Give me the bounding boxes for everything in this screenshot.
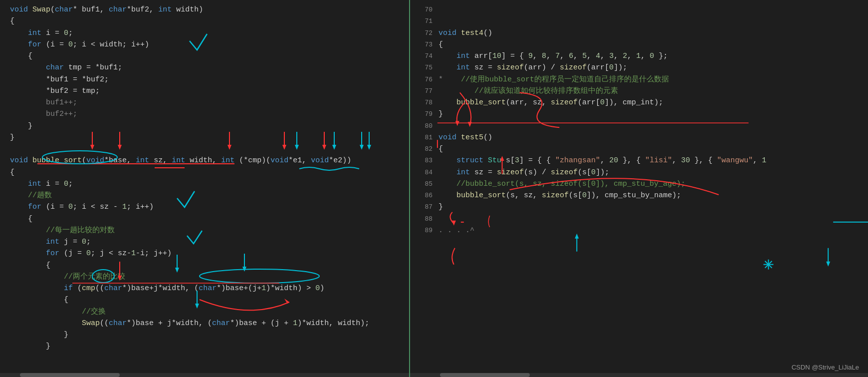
code-line-6: char tmp = *buf1; [10,62,409,73]
code-line-18: for (i = 0; i < sz - 1; i++) [10,201,409,213]
right-code-line-78: 78 bubble_sort(arr, sz, sizeof(arr[0]), … [415,97,868,108]
right-code-line-86: 86 bubble_sort(s, sz, sizeof(s[0]), cmp_… [415,190,868,201]
code-line-12: } [10,132,409,143]
code-line-9: buf1++; [10,97,409,108]
right-code-line-81: 81 void test5() [415,132,868,143]
code-line-5: { [10,50,409,62]
right-code-line-75: 75 int sz = sizeof(arr) / sizeof(arr[0])… [415,62,868,73]
left-panel: void Swap(char* buf1, char*buf2, int wid… [0,0,409,377]
editor-container: void Swap(char* buf1, char*buf2, int wid… [0,0,868,377]
code-line-11: } [10,120,409,132]
svg-line-46 [765,261,772,268]
code-line-20: //每一趟比较的对数 [10,225,409,236]
right-code-line-77: 77 //就应该知道如何比较待排序数组中的元素 [415,85,868,97]
code-line-14: void bubble_sort(void*base, int sz, int … [10,155,409,166]
right-code-line-80: 80 [415,120,868,132]
right-code-line-82: 82 { [415,143,868,155]
code-line-13 [10,143,409,155]
code-line-16: int i = 0; [10,178,409,190]
code-line-10: buf2++; [10,108,409,120]
right-code-line-74: 74 int arr[10] = { 9, 8, 7, 6, 5, 4, 3, … [415,50,868,62]
right-code-line-88: 88 [415,213,868,225]
code-line-19: { [10,213,409,225]
right-code-line-70: 70 [415,4,868,15]
code-line-17: //趟数 [10,190,409,201]
right-code-line-71: 71 [415,15,868,27]
right-code-line-84: 84 int sz = sizeof(s) / sizeof(s[0]); [415,167,868,178]
left-scrollbar[interactable] [0,373,409,377]
right-code-line-83: 83 struct Stu s[3] = { { "zhangsan", 20 … [415,155,868,166]
right-code-line-79: 79 } [415,108,868,120]
code-line-1: void Swap(char* buf1, char*buf2, int wid… [10,4,409,15]
code-line-30: } [10,341,409,352]
code-line-28: Swap((char*)base + j*width, (char*)base … [10,318,409,329]
right-scrollbar[interactable] [410,373,868,377]
code-line-7: *buf1 = *buf2; [10,74,409,85]
code-line-3: int i = 0; [10,27,409,39]
right-code-line-73: 73 { [415,39,868,50]
code-line-2: { [10,15,409,27]
svg-marker-49 [826,262,830,267]
right-scrollbar-thumb[interactable] [440,373,530,377]
code-line-24: //两个元素的比较 [10,271,409,283]
code-line-29: } [10,329,409,341]
code-line-23: { [10,260,409,271]
code-line-15: { [10,167,409,178]
svg-line-47 [765,261,772,268]
left-scrollbar-thumb[interactable] [20,373,120,377]
code-line-25: if (cmp((char*)base+j*width, (char*)base… [10,283,409,294]
watermark: CSDN @Strive_LiJiaLe [792,364,859,371]
code-line-22: for (j = 0; j < sz-1-i; j++) [10,248,409,259]
code-line-4: for (i = 0; i < width; i++) [10,39,409,50]
right-panel: 70 71 72 void test4() 73 { 74 int arr[10… [409,0,868,377]
right-code-line-89: 89 . . . .^ [415,225,868,236]
right-code-line-87: 87 } [415,201,868,213]
right-code-line-85: 85 //bubble_sort(s, sz, sizeof(s[0]), cm… [415,178,868,190]
right-code-line-76: 76 * //使用bubble_sort的程序员一定知道自己排序的是什么数据 [415,74,868,85]
right-code-line-72: 72 void test4() [415,27,868,39]
code-line-21: int j = 0; [10,236,409,248]
code-line-8: *buf2 = tmp; [10,85,409,97]
code-line-27: //交换 [10,306,409,318]
code-line-26: { [10,294,409,306]
